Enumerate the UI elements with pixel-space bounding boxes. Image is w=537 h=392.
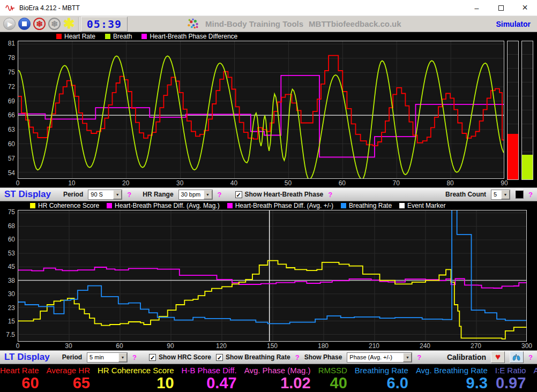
lt-y-axis: 7.5152330384553606875: [0, 210, 18, 343]
stat-value: 65: [73, 375, 90, 391]
stat-value: 40: [330, 375, 347, 391]
chevron-down-icon[interactable]: ▼: [403, 353, 412, 362]
phase-mode-select[interactable]: Phase (Avg. +/-)▼: [347, 352, 412, 363]
snowflake-red-icon: ❄: [36, 19, 43, 29]
checkbox-checked-icon[interactable]: ✓: [235, 191, 242, 198]
legend-label: Event Marker: [407, 202, 445, 209]
play-button[interactable]: ▶: [3, 18, 16, 30]
hr-range-value: 30 bpm: [181, 191, 201, 198]
st-chart: Heart Rate Breath Heart-Breath Phase Dif…: [0, 32, 537, 187]
stat-label: Breathing Rate: [355, 366, 408, 375]
hrc-score-swatch: [30, 203, 35, 208]
st-chart-legend: Heart Rate Breath Heart-Breath Phase Dif…: [0, 32, 537, 41]
stat-value: 60: [21, 375, 39, 391]
breath-color-picker[interactable]: [515, 190, 524, 199]
show-breathing-rate-help[interactable]: ?: [295, 353, 300, 361]
show-hrc-score-checkbox[interactable]: ✓ Show HRC Score: [149, 353, 211, 361]
legend-item: Heart-Breath Phase Diff. (Avg. +/-): [227, 202, 333, 209]
legend-label: HR Coherence Score: [38, 202, 99, 209]
hr-range-help[interactable]: ?: [218, 191, 222, 199]
legend-label: Heart-Breath Phase Diff. (Avg. +/-): [235, 202, 333, 209]
breath-gauge: [521, 41, 533, 180]
maximize-icon: [498, 5, 504, 11]
freeze-red-button[interactable]: ❄: [33, 18, 46, 30]
checkbox-checked-icon[interactable]: ✓: [216, 354, 223, 361]
stat-value: 0.97: [496, 375, 526, 391]
play-icon: ▶: [8, 20, 12, 28]
lt-chart-legend: HR Coherence Score Heart-Breath Phase Di…: [0, 201, 537, 210]
checkbox-checked-icon[interactable]: ✓: [149, 354, 156, 361]
st-period-help[interactable]: ?: [127, 191, 131, 199]
lt-period-help[interactable]: ?: [132, 353, 137, 361]
hr-range-select[interactable]: 30 bpm▼: [178, 190, 213, 200]
chevron-down-icon[interactable]: ▼: [113, 190, 122, 199]
lt-period-select[interactable]: 5 min▼: [87, 352, 128, 363]
stat-label: Avg. Breathing Rate: [416, 366, 488, 375]
stat-avg-phase: Avg. Phase (Mag.)1.02: [244, 366, 318, 392]
close-button[interactable]: ×: [513, 0, 537, 16]
legend-item: Heart-Breath Phase Diff. (Avg. Mag.): [107, 202, 220, 209]
phase-avg-swatch: [227, 203, 233, 208]
maximize-button[interactable]: [489, 0, 513, 16]
lt-control-bar: LT Display Period 5 min▼ ? ✓ Show HRC Sc…: [0, 350, 537, 364]
heart-calibration-button[interactable]: ♥: [491, 351, 505, 363]
legend-item: Breath: [105, 33, 132, 40]
stat-label: Avg. I:E Ratio: [533, 366, 537, 375]
window-title: BioEra 4.212 - MBTT: [19, 4, 80, 12]
show-breathing-rate-label: Show Breathing Rate: [226, 353, 290, 361]
stat-value: 0.47: [206, 375, 236, 391]
phase-swatch: [141, 34, 147, 39]
breath-count-value: 5: [494, 191, 497, 198]
lungs-calibration-button[interactable]: [510, 351, 524, 363]
stat-label: I:E Ratio: [495, 366, 526, 375]
st-period-select[interactable]: 90 S▼: [88, 190, 122, 200]
simulator-link[interactable]: Simulator: [496, 20, 531, 28]
calibration-help[interactable]: ?: [528, 353, 533, 361]
chevron-down-icon[interactable]: ▼: [501, 190, 510, 199]
stat-value: 9.3: [466, 375, 488, 391]
lt-period-value: 5 min: [89, 354, 104, 360]
brand-url: MBTTbiofeedback.co.uk: [309, 19, 401, 28]
stat-label: H-B Phase Diff.: [182, 366, 237, 375]
phase-mode-help[interactable]: ?: [417, 353, 421, 361]
title-bar: BioEra 4.212 - MBTT – ×: [0, 0, 537, 16]
stat-label: HR Coherence Score: [98, 366, 174, 375]
session-time: 05:39: [87, 18, 122, 31]
breath-count-help[interactable]: ?: [528, 191, 533, 199]
stat-label: Heart Rate: [0, 366, 39, 375]
stat-value: 1.02: [280, 375, 310, 391]
lt-x-axis: 0306090120150180210240270300: [18, 342, 527, 350]
heart-rate-gauge-fill: [508, 134, 518, 179]
session-timer: 05:39: [81, 17, 128, 32]
chevron-down-icon[interactable]: ▼: [118, 353, 127, 362]
minimize-button[interactable]: –: [465, 0, 489, 16]
breath-swatch: [105, 34, 110, 39]
show-phase-help[interactable]: ?: [328, 191, 332, 199]
stat-breathing-rate: Breathing Rate6.0: [355, 366, 416, 392]
legend-label: Breath: [113, 33, 132, 40]
st-control-bar: ST Display Period 90 S▼ ? HR Range 30 bp…: [0, 187, 537, 201]
freeze-gray-button[interactable]: ❄: [48, 18, 61, 30]
breath-count-select[interactable]: 5▼: [491, 190, 510, 200]
stat-hb-phase-diff: H-B Phase Diff.0.47: [182, 366, 244, 392]
legend-item: Breathing Rate: [341, 202, 392, 209]
show-breathing-rate-checkbox[interactable]: ✓ Show Breathing Rate: [216, 353, 290, 361]
legend-item: Event Marker: [399, 202, 445, 209]
st-display-title: ST Display: [4, 189, 51, 200]
chevron-down-icon[interactable]: ▼: [204, 190, 212, 199]
phase-mag-swatch: [107, 203, 112, 208]
show-heart-breath-phase-checkbox[interactable]: ✓ Show Heart-Breath Phase: [235, 191, 324, 198]
lt-display-title: LT Display: [4, 352, 50, 363]
stat-label: Average HR: [47, 366, 90, 375]
legend-label: Breathing Rate: [349, 202, 392, 209]
show-phase-label: Show Phase: [304, 353, 342, 361]
snowflake-gray-icon: ❄: [51, 19, 58, 29]
stat-label: RMSSD: [318, 366, 347, 375]
stop-button[interactable]: [18, 18, 31, 30]
brand: Mind-Body Training Tools MBTTbiofeedback…: [186, 18, 401, 31]
lt-chart: HR Coherence Score Heart-Breath Phase Di…: [0, 201, 537, 350]
st-plot: 0102030405060708090: [18, 41, 504, 187]
toolbar-separator: [78, 17, 79, 31]
event-marker-button[interactable]: ✱: [63, 18, 75, 30]
calibration-label: Calibration: [447, 353, 486, 361]
